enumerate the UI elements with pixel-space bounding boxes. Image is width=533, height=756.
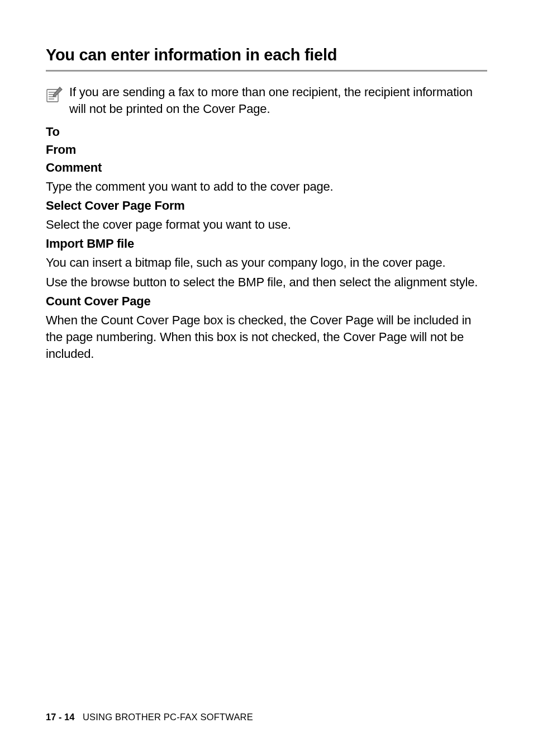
body-select-cover: Select the cover page format you want to… xyxy=(46,216,487,233)
body-import-bmp-1: You can insert a bitmap file, such as yo… xyxy=(46,254,487,271)
note-text: If you are sending a fax to more than on… xyxy=(69,84,487,117)
footer-page-number: 17 - 14 xyxy=(46,712,74,722)
note-block: If you are sending a fax to more than on… xyxy=(46,84,487,117)
heading-from: From xyxy=(46,143,487,157)
heading-select-cover: Select Cover Page Form xyxy=(46,199,487,213)
page-title: You can enter information in each field xyxy=(46,46,487,72)
footer-section-title: USING BROTHER PC-FAX SOFTWARE xyxy=(83,712,253,722)
heading-import-bmp: Import BMP file xyxy=(46,237,487,251)
heading-to: To xyxy=(46,125,487,139)
heading-comment: Comment xyxy=(46,160,487,175)
footer: 17 - 14 USING BROTHER PC-FAX SOFTWARE xyxy=(46,712,253,722)
body-comment: Type the comment you want to add to the … xyxy=(46,178,487,195)
heading-count-cover: Count Cover Page xyxy=(46,294,487,309)
body-count-cover: When the Count Cover Page box is checked… xyxy=(46,312,487,362)
body-import-bmp-2: Use the browse button to select the BMP … xyxy=(46,274,487,291)
note-pencil-icon xyxy=(46,85,65,104)
